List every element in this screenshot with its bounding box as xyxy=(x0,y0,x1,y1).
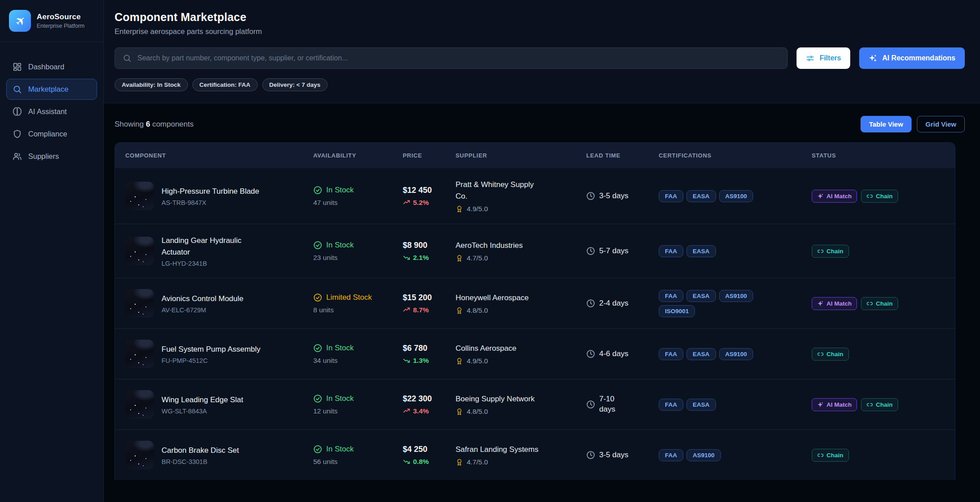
filter-chips: Availability: In StockCertification: FAA… xyxy=(115,78,965,91)
sidebar-item-marketplace[interactable]: Marketplace xyxy=(6,79,97,100)
component-cell: High-Pressure Turbine Blade AS-TRB-9847X xyxy=(125,182,313,210)
check-circle-icon xyxy=(313,293,322,302)
filter-chip[interactable]: Availability: In Stock xyxy=(115,78,188,91)
chain-label: Chain xyxy=(827,452,844,459)
filter-chip[interactable]: Certification: FAA xyxy=(192,78,258,91)
certification-badge: AS9100 xyxy=(719,190,754,202)
certification-badge: EASA xyxy=(686,245,716,257)
chain-link-icon xyxy=(866,300,873,307)
table-header-row: COMPONENTAVAILABILITYPRICESUPPLIERLEAD T… xyxy=(115,143,955,168)
sidebar-item-compliance[interactable]: Compliance xyxy=(6,123,97,145)
lead-time-value: 4-6 days xyxy=(599,349,628,359)
sidebar-item-ai-assistant[interactable]: AI Assistant xyxy=(6,101,97,122)
supplier-rating: 4.7/5.0 xyxy=(467,458,488,466)
units-label: 47 units xyxy=(313,199,403,207)
price-value: $6 780 xyxy=(403,344,456,353)
component-part-number: AS-TRB-9847X xyxy=(162,199,259,206)
price-change: 0.8% xyxy=(413,458,429,466)
ai-match-badge[interactable]: AI Match xyxy=(812,190,857,203)
price-change: 3.4% xyxy=(413,407,429,415)
sidebar-item-label: AI Assistant xyxy=(28,107,67,116)
sidebar-item-suppliers[interactable]: Suppliers xyxy=(6,146,97,167)
table-row[interactable]: Landing Gear Hydraulic Actuator LG-HYD-2… xyxy=(115,224,955,278)
ai-match-badge[interactable]: AI Match xyxy=(812,398,857,411)
component-cell: Carbon Brake Disc Set BR-DSC-3301B xyxy=(125,441,313,469)
component-name: Avionics Control Module xyxy=(162,293,243,305)
ai-match-badge[interactable]: AI Match xyxy=(812,297,857,310)
table-row[interactable]: High-Pressure Turbine Blade AS-TRB-9847X… xyxy=(115,168,955,224)
chain-badge[interactable]: Chain xyxy=(812,449,849,462)
chain-badge[interactable]: Chain xyxy=(812,245,849,258)
sparkles-icon xyxy=(869,54,877,63)
lead-time-cell: 4-6 days xyxy=(586,349,659,359)
check-circle-icon xyxy=(313,241,322,250)
content-area: Showing 6 components Table View Grid Vie… xyxy=(104,103,980,502)
component-name: Wing Leading Edge Slat xyxy=(162,394,243,406)
component-cell: Wing Leading Edge Slat WG-SLT-8843A xyxy=(125,390,313,419)
results-count: Showing 6 components xyxy=(115,120,194,129)
price-value: $22 300 xyxy=(403,394,456,404)
chain-badge[interactable]: Chain xyxy=(861,297,898,310)
search-input[interactable] xyxy=(137,54,780,62)
component-part-number: LG-HYD-2341B xyxy=(162,260,261,267)
filter-chip[interactable]: Delivery: < 7 days xyxy=(262,78,328,91)
trend-arrow-icon xyxy=(403,199,410,206)
units-label: 23 units xyxy=(313,254,403,262)
certification-badge: AS9100 xyxy=(719,290,754,302)
supplier-name: AeroTech Industries xyxy=(456,240,545,251)
sliders-icon xyxy=(806,54,814,63)
column-header: SUPPLIER xyxy=(456,152,586,159)
certifications-cell: FAAEASAAS9100ISO9001 xyxy=(659,290,784,317)
component-thumbnail xyxy=(125,237,154,265)
check-circle-icon xyxy=(313,186,322,195)
component-thumbnail xyxy=(125,340,154,368)
component-thumbnail xyxy=(125,390,154,419)
certification-badge: FAA xyxy=(659,348,683,360)
availability-label: In Stock xyxy=(326,241,354,250)
ai-match-label: AI Match xyxy=(827,401,852,408)
table-row[interactable]: Wing Leading Edge Slat WG-SLT-8843A In S… xyxy=(115,379,955,430)
price-change: 2.1% xyxy=(413,254,429,262)
price-value: $15 200 xyxy=(403,293,456,302)
supplier-name: Boeing Supply Network xyxy=(456,393,545,405)
search-icon xyxy=(13,85,22,94)
components-table: COMPONENTAVAILABILITYPRICESUPPLIERLEAD T… xyxy=(115,142,955,480)
supplier-cell: Safran Landing Systems 4.7/5.0 xyxy=(456,444,586,467)
sidebar-item-label: Suppliers xyxy=(28,152,59,161)
grid-view-button[interactable]: Grid View xyxy=(917,116,965,132)
table-view-button[interactable]: Table View xyxy=(861,116,912,132)
availability-cell: Limited Stock 8 units xyxy=(313,293,403,314)
supplier-rating: 4.9/5.0 xyxy=(467,357,488,365)
search-row: Filters AI Recommendations xyxy=(115,47,965,69)
search-box[interactable] xyxy=(115,47,788,69)
clock-icon xyxy=(586,349,595,358)
ai-match-label: AI Match xyxy=(827,193,852,200)
price-value: $4 250 xyxy=(403,445,456,454)
sidebar-item-dashboard[interactable]: Dashboard xyxy=(6,56,97,77)
ai-recommendations-button[interactable]: AI Recommendations xyxy=(859,47,965,69)
chain-badge[interactable]: Chain xyxy=(861,190,898,203)
table-row[interactable]: Carbon Brake Disc Set BR-DSC-3301B In St… xyxy=(115,430,955,480)
units-label: 8 units xyxy=(313,306,403,314)
sparkle-icon xyxy=(817,193,824,200)
certification-badge: EASA xyxy=(686,348,716,360)
table-row[interactable]: Fuel System Pump Assembly FU-PMP-4512C I… xyxy=(115,328,955,379)
supplier-name: Collins Aerospace xyxy=(456,343,545,354)
chain-badge[interactable]: Chain xyxy=(812,348,849,361)
status-cell: Chain xyxy=(812,245,945,258)
component-cell: Fuel System Pump Assembly FU-PMP-4512C xyxy=(125,340,313,368)
award-icon xyxy=(456,357,463,365)
table-row[interactable]: Avionics Control Module AV-ELC-6729M Lim… xyxy=(115,278,955,328)
certification-badge: FAA xyxy=(659,449,683,461)
chain-badge[interactable]: Chain xyxy=(861,398,898,411)
price-cell: $22 300 3.4% xyxy=(403,394,456,415)
sidebar-divider xyxy=(0,42,103,42)
filters-button[interactable]: Filters xyxy=(797,47,850,69)
check-circle-icon xyxy=(313,344,322,353)
certification-badge: FAA xyxy=(659,245,683,257)
lead-time-cell: 2-4 days xyxy=(586,298,659,309)
clock-icon xyxy=(586,451,595,459)
certification-badge: AS9100 xyxy=(686,449,721,461)
column-header: LEAD TIME xyxy=(586,152,659,159)
dashboard-grid-icon xyxy=(13,62,22,72)
